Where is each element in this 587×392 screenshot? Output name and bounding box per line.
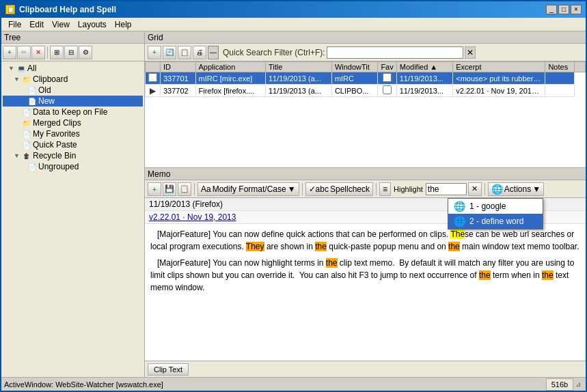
highlight-the-2: the [315,242,327,251]
maximize-button[interactable]: □ [558,5,569,14]
modify-format-case-button[interactable]: Aa Modify Format/Case ▼ [197,182,299,196]
cell-id: 337702 [161,85,196,97]
memo-date-text: 11/19/2013 (Firefox) [149,199,223,209]
table-row[interactable]: 337701 mIRC [mirc.exe] 11/19/2013 (a... … [146,72,586,85]
tree-item-recyclebin[interactable]: ▼ 🗑 Recycle Bin [3,150,143,161]
cell-title: 11/19/2013 (a... [265,72,331,85]
menu-file[interactable]: File [4,19,25,30]
col-header-excerpt[interactable]: Excerpt [453,62,545,72]
new-folder-icon: 📄 [27,98,37,105]
highlight-the-3: the [448,242,460,251]
menu-layouts[interactable]: Layouts [74,19,111,30]
highlight-input[interactable] [426,183,467,195]
memo-add-button[interactable]: + [148,182,161,196]
search-clear-button[interactable]: ✕ [465,46,476,59]
cell-windowtit: CLIPBO... [331,85,378,97]
tree-edit-button[interactable]: ✏ [17,46,31,59]
tree-expand-button[interactable]: ⊞ [50,46,64,59]
memo-panel-title: Memo [148,169,170,179]
menu-edit[interactable]: Edit [25,19,48,30]
tree-label-old: Old [38,85,51,95]
tree-add-button[interactable]: + [3,46,16,59]
col-header-windowtit[interactable]: WindowTit [331,62,378,72]
memo-save-button[interactable]: 💾 [163,182,176,196]
cell-fav[interactable] [378,85,396,97]
format-case-dropdown-icon: ▼ [288,184,296,194]
expand-datakeep-icon [14,109,21,115]
memo-separator-2 [302,183,303,195]
tree-item-old[interactable]: 📄 Old [3,85,143,96]
grid-refresh-button[interactable]: 🔄 [163,46,176,59]
tree-item-all[interactable]: ▼ 💻 All [3,63,143,74]
search-input[interactable] [327,46,463,59]
memo-toolbar: + 💾 📋 Aa Modify Format/Case ▼ ✓abc Spell… [145,180,586,198]
right-panel: Grid + 🔄 📋 🖨 — Quick Search Filter (Ctrl… [145,31,586,377]
tree-item-ungrouped[interactable]: 📄 Ungrouped [3,161,143,172]
datakeep-doc-icon: 📄 [22,109,31,116]
row-selector[interactable] [146,72,161,85]
status-text: ActiveWindow: WebSite-Watcher [wswatch.e… [4,380,546,389]
col-header-title[interactable]: Title [265,62,331,72]
close-button[interactable]: × [571,5,582,14]
spellcheck-button[interactable]: ✓abc Spellcheck [305,182,373,196]
grid-print-button[interactable]: 🖨 [193,46,206,59]
myfavorites-doc-icon: 📄 [22,130,31,138]
col-header-notes[interactable]: Notes [545,62,575,72]
highlight-the-4: the [326,258,338,268]
menu-view[interactable]: View [48,19,74,30]
menu-help[interactable]: Help [111,19,136,30]
cell-excerpt: <mouse> put its rubber sprin... [453,72,545,85]
minimize-button[interactable]: _ [546,5,557,14]
grid-section: Grid + 🔄 📋 🖨 — Quick Search Filter (Ctrl… [145,31,586,168]
grid-add-button[interactable]: + [148,46,161,59]
expand-recyclebin-icon: ▼ [14,152,21,159]
grid-toolbar: + 🔄 📋 🖨 — Quick Search Filter (Ctrl+F): … [145,44,586,61]
grid-table-wrapper: ID Application Title WindowTit Fav Modif… [145,61,586,167]
tree-item-mergedclips[interactable]: 📁 Merged Clips [3,117,143,128]
col-header-fav[interactable]: Fav [378,62,396,72]
cell-excerpt: v2.22.01 · Nov 19, 2013\n\n... http:// [453,85,545,97]
tree-delete-button[interactable]: ✕ [31,46,45,59]
clip-text-button[interactable]: Clip Text [148,363,189,376]
col-header-application[interactable]: Application [195,62,265,72]
tree-item-datakeep[interactable]: 📄 Data to Keep on File [3,107,143,117]
tree-label-myfavorites: My Favorites [33,129,80,139]
grid-separator-button[interactable]: — [208,46,219,59]
tree-item-myfavorites[interactable]: 📄 My Favorites [3,128,143,139]
recyclebin-icon: 🗑 [22,152,31,160]
highlight-the-6: the [542,270,554,280]
row-arrow: ▶ [146,85,161,97]
cell-windowtit: mIRC [331,72,378,85]
action-google-icon: 🌐 [454,201,465,212]
col-header-sel[interactable] [146,62,161,72]
actions-dropdown-arrow: ▼ [532,184,541,194]
memo-separator-1 [194,183,195,195]
window-title: Clipboard Help and Spell [19,5,116,14]
tree-label-new: New [38,96,55,106]
action-defineword-item[interactable]: 🌐 2 - define word [448,214,543,229]
tree-separator-1 [47,46,48,59]
actions-button[interactable]: 🌐 Actions ▼ 🌐 1 - google 🌐 2 - define [488,182,544,196]
status-size: 516b [546,378,573,391]
memo-copy-button[interactable]: 📋 [178,182,191,196]
col-header-modified[interactable]: Modified ▲ [396,62,453,72]
grid-copy-button[interactable]: 📋 [178,46,191,59]
table-row[interactable]: ▶ 337702 Firefox [firefox.... 11/19/2013… [146,85,586,97]
memo-text-area[interactable]: [MajorFeature] You can now define quick … [145,224,586,361]
tree-settings-button[interactable]: ⚙ [79,46,92,59]
tree-item-quickpaste[interactable]: 📄 Quick Paste [3,139,143,150]
cell-fav[interactable] [378,72,396,85]
cell-id: 337701 [161,72,196,85]
col-header-id[interactable]: ID [161,62,196,72]
actions-label: Actions [504,184,531,194]
tree-item-clipboard[interactable]: ▼ 📁 Clipboard [3,74,143,85]
tree-collapse-button[interactable]: ⊟ [64,46,78,59]
spellcheck-icon: ✓abc [309,184,329,194]
main-window: 📋 Clipboard Help and Spell _ □ × File Ed… [0,0,587,392]
cell-notes [545,85,575,97]
highlight-button[interactable]: ≡ [379,182,391,196]
action-google-item[interactable]: 🌐 1 - google [448,199,543,214]
tree-item-new[interactable]: 📄 New [3,96,143,107]
highlight-clear-button[interactable]: ✕ [468,182,482,196]
tree-panel-header: Tree [1,31,144,44]
